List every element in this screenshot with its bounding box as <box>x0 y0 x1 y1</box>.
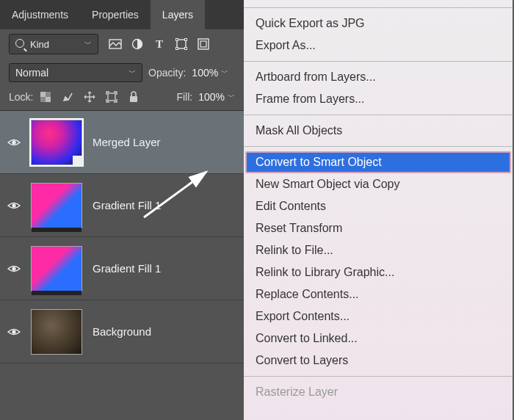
blend-mode-value: Normal <box>15 67 48 79</box>
menu-edit-contents[interactable]: Edit Contents <box>244 195 513 217</box>
smart-object-badge-icon <box>73 156 83 166</box>
fill-field[interactable]: 100% ﹀ <box>198 91 235 103</box>
filter-shape-icon[interactable] <box>175 38 188 50</box>
svg-point-15 <box>12 203 15 207</box>
menu-relink-to-file[interactable]: Relink to File... <box>244 239 513 261</box>
layers-panel: Adjustments Properties Layers Kind ﹀ T <box>0 0 244 420</box>
svg-point-16 <box>12 267 15 270</box>
tab-layers[interactable]: Layers <box>151 0 205 29</box>
svg-rect-7 <box>198 39 209 49</box>
layer-thumbnail[interactable] <box>31 246 82 292</box>
visibility-toggle[interactable] <box>7 325 21 338</box>
menu-mask-all-objects[interactable]: Mask All Objects <box>244 120 513 142</box>
filter-pixel-icon[interactable] <box>109 38 122 50</box>
svg-rect-13 <box>130 96 137 102</box>
svg-rect-8 <box>200 41 206 47</box>
chevron-down-icon: ﹀ <box>221 68 228 78</box>
layer-name[interactable]: Gradient Fill 1 <box>93 199 161 211</box>
blend-mode-select[interactable]: Normal ﹀ <box>9 63 142 82</box>
lock-move-icon[interactable] <box>83 91 96 103</box>
layer-row[interactable]: Gradient Fill 1 <box>0 174 244 237</box>
filter-smart-icon[interactable] <box>197 38 210 50</box>
fill-label: Fill: <box>176 91 192 103</box>
menu-convert-to-smart-object[interactable]: Convert to Smart Object <box>245 151 511 173</box>
svg-point-17 <box>12 330 15 333</box>
layer-name[interactable]: Background <box>93 325 151 338</box>
menu-replace-contents[interactable]: Replace Contents... <box>244 283 513 305</box>
svg-rect-10 <box>40 92 46 97</box>
layer-filter-select[interactable]: Kind ﹀ <box>9 34 98 54</box>
menu-new-smart-object-via-copy[interactable]: New Smart Object via Copy <box>244 173 513 195</box>
menu-convert-to-linked[interactable]: Convert to Linked... <box>244 327 513 350</box>
lock-artboard-icon[interactable] <box>105 91 118 103</box>
menu-quick-export[interactable]: Quick Export as JPG <box>244 12 513 35</box>
layer-filter-label: Kind <box>30 39 49 50</box>
opacity-label: Opacity: <box>148 67 186 79</box>
menu-export-as[interactable]: Export As... <box>244 35 513 57</box>
menu-rasterize-layer[interactable]: Rasterize Layer <box>244 381 513 403</box>
svg-rect-3 <box>176 39 178 41</box>
lock-all-icon[interactable] <box>127 91 140 103</box>
search-icon <box>15 39 27 50</box>
filter-adjustment-icon[interactable] <box>131 38 144 50</box>
visibility-toggle[interactable] <box>7 136 21 149</box>
layer-name[interactable]: Merged Layer <box>93 136 161 148</box>
layer-thumbnail[interactable] <box>31 309 82 355</box>
tab-properties[interactable]: Properties <box>80 0 151 29</box>
opacity-field[interactable]: 100% ﹀ <box>192 67 228 79</box>
filter-type-icon[interactable]: T <box>153 38 166 50</box>
lock-label: Lock: <box>9 91 33 103</box>
visibility-toggle[interactable] <box>7 262 21 275</box>
svg-rect-12 <box>108 93 115 101</box>
lock-transparency-icon[interactable] <box>39 91 52 103</box>
chevron-down-icon: ﹀ <box>128 68 136 78</box>
fill-value: 100% <box>198 91 225 103</box>
svg-rect-6 <box>185 48 187 50</box>
layer-thumbnail[interactable] <box>31 183 82 228</box>
layer-thumbnail[interactable] <box>31 120 82 165</box>
context-menu: Quick Export as JPG Export As... Artboar… <box>244 0 513 420</box>
layer-row[interactable]: Background <box>0 300 244 363</box>
layer-row[interactable]: Merged Layer <box>0 111 244 174</box>
chevron-down-icon: ﹀ <box>84 39 92 49</box>
menu-frame-from-layers[interactable]: Frame from Layers... <box>244 88 513 110</box>
svg-rect-5 <box>176 48 178 50</box>
tab-adjustments[interactable]: Adjustments <box>0 0 80 29</box>
svg-point-14 <box>12 140 15 144</box>
menu-convert-to-layers[interactable]: Convert to Layers <box>244 350 513 372</box>
layers-list: Merged Layer Gradient Fill 1 Gradient Fi… <box>0 111 244 363</box>
layer-row[interactable]: Gradient Fill 1 <box>0 237 244 300</box>
menu-export-contents[interactable]: Export Contents... <box>244 305 513 327</box>
menu-artboard-from-layers[interactable]: Artboard from Layers... <box>244 66 513 88</box>
lock-brush-icon[interactable] <box>61 91 74 103</box>
visibility-toggle[interactable] <box>7 199 21 212</box>
menu-reset-transform[interactable]: Reset Transform <box>244 217 513 239</box>
svg-rect-11 <box>46 97 51 102</box>
menu-relink-to-library-graphic[interactable]: Relink to Library Graphic... <box>244 261 513 283</box>
panel-tabs: Adjustments Properties Layers <box>0 0 244 29</box>
layer-name[interactable]: Gradient Fill 1 <box>93 262 161 275</box>
svg-rect-4 <box>185 39 187 41</box>
chevron-down-icon: ﹀ <box>228 92 235 102</box>
opacity-value: 100% <box>192 67 218 79</box>
